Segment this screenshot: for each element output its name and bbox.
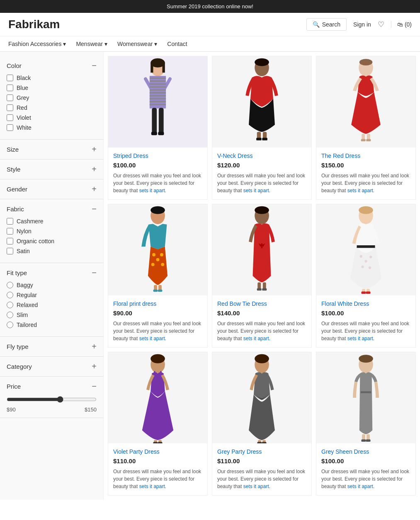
cart-icon: 🛍 bbox=[397, 21, 403, 28]
svg-rect-15 bbox=[150, 101, 166, 102]
product-name-striped-dress[interactable]: Striped Dress bbox=[113, 152, 202, 159]
checkbox-black[interactable] bbox=[7, 75, 13, 81]
product-desc-link[interactable]: sets it apart. bbox=[139, 188, 166, 193]
radio-slim[interactable] bbox=[7, 312, 13, 318]
price-range-slider[interactable] bbox=[7, 396, 97, 403]
svg-rect-12 bbox=[150, 92, 166, 93]
nav-womenswear[interactable]: Womenswear ▾ bbox=[117, 41, 157, 47]
cart-button[interactable]: 🛍 (0) bbox=[391, 21, 412, 28]
product-card-grey-party-dress: Grey Party Dress $110.00 Our dresses wil… bbox=[212, 352, 312, 496]
product-info-grey-sheen-dress: Grey Sheen Dress $100.00 Our dresses wil… bbox=[316, 443, 415, 495]
category-filter: Category + bbox=[0, 357, 103, 377]
label-red: Red bbox=[17, 104, 27, 111]
filter-item-organic-cotton[interactable]: Organic cotton bbox=[7, 238, 97, 244]
svg-point-78 bbox=[359, 355, 373, 363]
filter-item-tailored[interactable]: Tailored bbox=[7, 322, 97, 328]
nav-contact[interactable]: Contact bbox=[167, 41, 187, 47]
product-name-violet-party-dress[interactable]: Violet Party Dress bbox=[113, 448, 202, 455]
wishlist-button[interactable]: ♡ bbox=[378, 20, 384, 29]
product-info-red-dress: The Red Dress $150.00 Our dresses will m… bbox=[316, 148, 415, 199]
filter-item-regular[interactable]: Regular bbox=[7, 292, 97, 298]
product-name-red-bow-tie-dress[interactable]: Red Bow Tie Dress bbox=[217, 300, 306, 307]
product-desc-link-2[interactable]: sets it apart. bbox=[243, 188, 270, 193]
filter-item-blue[interactable]: Blue bbox=[7, 85, 97, 91]
price-filter-header[interactable]: Price − bbox=[7, 382, 97, 391]
checkbox-organic-cotton[interactable] bbox=[7, 238, 13, 244]
size-filter-label: Size bbox=[7, 146, 19, 153]
filter-item-grey[interactable]: Grey bbox=[7, 94, 97, 101]
product-image-vneck-dress bbox=[212, 56, 311, 148]
style-filter-header[interactable]: Style + bbox=[7, 164, 97, 174]
filter-item-black[interactable]: Black bbox=[7, 75, 97, 81]
category-filter-label: Category bbox=[7, 363, 32, 370]
category-filter-toggle: + bbox=[92, 362, 97, 371]
product-name-grey-party-dress[interactable]: Grey Party Dress bbox=[217, 448, 306, 455]
checkbox-satin[interactable] bbox=[7, 248, 13, 254]
product-info-red-bow-tie-dress: Red Bow Tie Dress $140.00 Our dresses wi… bbox=[212, 295, 311, 347]
filter-item-red[interactable]: Red bbox=[7, 104, 97, 111]
product-desc-red-dress: Our dresses will make you feel and look … bbox=[321, 172, 410, 194]
product-desc-link-3[interactable]: sets it apart. bbox=[347, 188, 374, 193]
filter-item-satin[interactable]: Satin bbox=[7, 248, 97, 254]
product-image-violet-party-dress bbox=[108, 352, 207, 443]
gender-filter-header[interactable]: Gender + bbox=[7, 184, 97, 194]
product-desc-link-4[interactable]: sets it apart. bbox=[139, 336, 166, 341]
nav-menswear[interactable]: Menswear ▾ bbox=[76, 41, 107, 47]
product-name-floral-white-dress[interactable]: Floral White Dress bbox=[321, 300, 410, 307]
product-card-vneck-dress: V-Neck Dress $120.00 Our dresses will ma… bbox=[212, 56, 312, 200]
radio-relaxed[interactable] bbox=[7, 302, 13, 308]
svg-rect-8 bbox=[150, 80, 166, 82]
filter-item-relaxed[interactable]: Relaxed bbox=[7, 302, 97, 308]
radio-regular[interactable] bbox=[7, 292, 13, 298]
product-price-floral-print-dress: $90.00 bbox=[113, 310, 202, 317]
label-nylon: Nylon bbox=[17, 228, 32, 235]
fit-type-filter-header[interactable]: Fit type − bbox=[7, 268, 97, 278]
radio-tailored[interactable] bbox=[7, 322, 13, 328]
filter-item-cashmere[interactable]: Cashmere bbox=[7, 218, 97, 225]
product-name-floral-print-dress[interactable]: Floral print dress bbox=[113, 300, 202, 307]
fabric-filter-header[interactable]: Fabric − bbox=[7, 204, 97, 214]
checkbox-red[interactable] bbox=[7, 104, 13, 111]
product-desc-link-6[interactable]: sets it apart. bbox=[347, 336, 374, 341]
fit-type-filter-items: Baggy Regular Relaxed Slim Tailored bbox=[7, 282, 97, 328]
product-desc-grey-party-dress: Our dresses will make you feel and look … bbox=[217, 468, 306, 490]
svg-rect-18 bbox=[159, 108, 164, 134]
checkbox-cashmere[interactable] bbox=[7, 218, 13, 225]
filter-item-nylon[interactable]: Nylon bbox=[7, 228, 97, 235]
color-filter-header[interactable]: Color − bbox=[7, 61, 97, 70]
fabric-filter-items: Cashmere Nylon Organic cotton Satin bbox=[7, 218, 97, 254]
product-name-vneck-dress[interactable]: V-Neck Dress bbox=[217, 152, 306, 159]
nav-womenswear-label: Womenswear bbox=[117, 41, 153, 47]
category-filter-header[interactable]: Category + bbox=[7, 362, 97, 371]
checkbox-violet[interactable] bbox=[7, 114, 13, 121]
svg-rect-46 bbox=[261, 243, 262, 248]
filter-item-baggy[interactable]: Baggy bbox=[7, 282, 97, 288]
search-button[interactable]: 🔍 Search bbox=[306, 18, 347, 31]
radio-baggy[interactable] bbox=[7, 282, 13, 288]
product-name-red-dress[interactable]: The Red Dress bbox=[321, 152, 410, 159]
signin-link[interactable]: Sign in bbox=[353, 21, 371, 28]
top-banner: Summer 2019 collection online now! bbox=[0, 0, 420, 13]
fit-type-filter: Fit type − Baggy Regular Relaxed bbox=[0, 263, 103, 337]
checkbox-blue[interactable] bbox=[7, 85, 13, 91]
checkbox-grey[interactable] bbox=[7, 94, 13, 101]
svg-rect-32 bbox=[366, 139, 371, 142]
nav-fashion-accessories[interactable]: Fashion Accessories ▾ bbox=[8, 41, 66, 47]
product-desc-link-9[interactable]: sets it apart. bbox=[347, 484, 374, 489]
svg-rect-31 bbox=[361, 139, 366, 142]
filter-item-violet[interactable]: Violet bbox=[7, 114, 97, 121]
product-desc-link-8[interactable]: sets it apart. bbox=[243, 484, 270, 489]
svg-rect-42 bbox=[153, 290, 158, 292]
product-desc-link-5[interactable]: sets it apart. bbox=[243, 336, 270, 341]
filter-item-white[interactable]: White bbox=[7, 124, 97, 131]
fly-type-filter-header[interactable]: Fly type + bbox=[7, 342, 97, 351]
product-image-red-dress bbox=[316, 56, 415, 148]
checkbox-white[interactable] bbox=[7, 124, 13, 131]
product-info-floral-print-dress: Floral print dress $90.00 Our dresses wi… bbox=[108, 295, 207, 347]
size-filter-header[interactable]: Size + bbox=[7, 145, 97, 154]
checkbox-nylon[interactable] bbox=[7, 228, 13, 235]
svg-point-55 bbox=[364, 260, 367, 262]
product-name-grey-sheen-dress[interactable]: Grey Sheen Dress bbox=[321, 448, 410, 455]
filter-item-slim[interactable]: Slim bbox=[7, 312, 97, 318]
product-desc-link-7[interactable]: sets it apart. bbox=[139, 484, 166, 489]
